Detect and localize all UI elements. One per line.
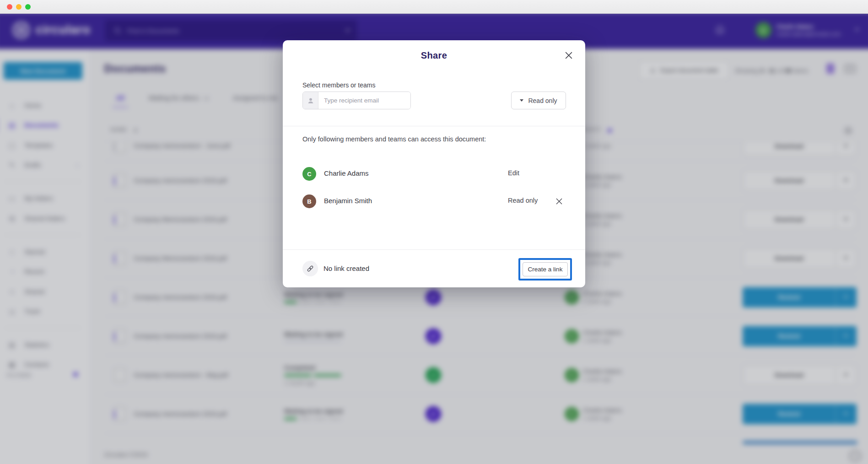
member-permission[interactable]: Edit: [508, 169, 519, 177]
select-members-label: Select members or teams: [302, 81, 376, 89]
window-titlebar: [0, 0, 868, 14]
action-highlight-box: Create a link: [518, 258, 572, 281]
recipient-email-input[interactable]: [318, 92, 410, 109]
member-avatar: C: [302, 167, 316, 181]
member-row: CCharlie AdamsEdit: [283, 163, 585, 185]
remove-member-button[interactable]: [554, 196, 565, 207]
member-name: Charlie Adams: [324, 169, 369, 177]
member-avatar: B: [302, 194, 316, 208]
person-icon: [303, 92, 318, 109]
share-modal: Share Select members or teams Read only …: [283, 40, 585, 287]
window-zoom-button[interactable]: [25, 4, 31, 10]
modal-title: Share: [283, 50, 585, 61]
close-icon[interactable]: [562, 49, 575, 62]
member-row: BBenjamin SmithRead only: [283, 190, 585, 212]
recipient-input-group: [302, 92, 411, 109]
member-name: Benjamin Smith: [324, 197, 372, 205]
chevron-down-icon: [520, 99, 523, 102]
permission-dropdown[interactable]: Read only: [511, 92, 566, 109]
modal-divider: [283, 249, 585, 250]
access-note: Only following members and teams can acc…: [302, 135, 486, 143]
create-link-button[interactable]: Create a link: [523, 262, 568, 276]
link-icon: [302, 261, 318, 276]
member-permission[interactable]: Read only: [508, 197, 538, 204]
window-close-button[interactable]: [7, 4, 12, 10]
window-minimize-button[interactable]: [16, 4, 22, 10]
modal-divider: [283, 126, 585, 126]
permission-dropdown-label: Read only: [528, 97, 557, 104]
link-status-text: No link created: [323, 264, 369, 272]
